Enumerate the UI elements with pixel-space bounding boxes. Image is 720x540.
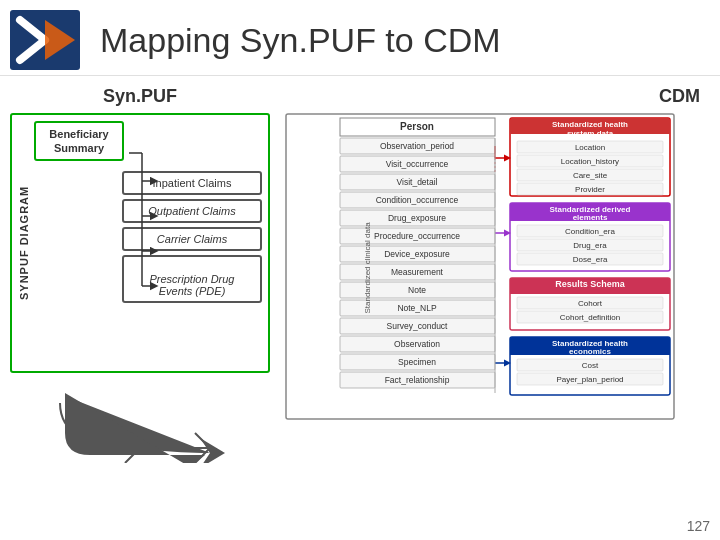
svg-text:Person: Person	[400, 121, 434, 132]
svg-text:Visit_occurrence: Visit_occurrence	[386, 159, 449, 169]
header: Mapping Syn.PUF to CDM	[0, 0, 720, 76]
prescription-drug-box: Prescription Drug Events (PDE)	[122, 255, 262, 303]
svg-text:Location: Location	[575, 143, 605, 152]
svg-text:Care_site: Care_site	[573, 171, 608, 180]
svg-text:system data: system data	[567, 129, 614, 138]
svg-text:Dose_era: Dose_era	[573, 255, 608, 264]
svg-text:Specimen: Specimen	[398, 357, 436, 367]
svg-text:Cohort_definition: Cohort_definition	[560, 313, 620, 322]
svg-text:Procedure_occurrence: Procedure_occurrence	[374, 231, 460, 241]
claims-boxes: Inpatient Claims Outpatient Claims Carri…	[122, 171, 262, 303]
cdm-panel: CDM Person Observation_period Visit_occu…	[285, 86, 710, 516]
svg-text:Cost: Cost	[582, 361, 599, 370]
svg-text:Payer_plan_period: Payer_plan_period	[556, 375, 623, 384]
svg-text:Cohort: Cohort	[578, 299, 603, 308]
synpuf-label: Syn.PUF	[10, 86, 270, 107]
svg-text:Fact_relationship: Fact_relationship	[385, 375, 450, 385]
big-arrow-icon	[50, 383, 230, 463]
logo-icon	[10, 10, 80, 70]
svg-text:Provider: Provider	[575, 185, 605, 194]
svg-text:Standardized clinical data: Standardized clinical data	[363, 222, 372, 314]
page-title: Mapping Syn.PUF to CDM	[100, 21, 501, 60]
svg-text:Condition_era: Condition_era	[565, 227, 615, 236]
synpuf-diagram-label: SYNPUF DIAGRAM	[18, 121, 30, 365]
svg-text:Measurement: Measurement	[391, 267, 444, 277]
svg-text:Survey_conduct: Survey_conduct	[387, 321, 449, 331]
svg-text:economics: economics	[569, 347, 611, 356]
svg-text:Standardized health: Standardized health	[552, 120, 628, 129]
main-content: Syn.PUF SYNPUF DIAGRAM Beneficiary Summa…	[0, 76, 720, 526]
svg-text:Condition_occurrence: Condition_occurrence	[376, 195, 459, 205]
synpuf-diagram: SYNPUF DIAGRAM Beneficiary Summary	[10, 113, 270, 373]
svg-text:Device_exposure: Device_exposure	[384, 249, 450, 259]
svg-text:elements: elements	[573, 213, 608, 222]
cdm-diagram-svg: Person Observation_period Visit_occurren…	[285, 113, 675, 423]
outpatient-claims-box: Outpatient Claims	[122, 199, 262, 223]
inpatient-claims-box: Inpatient Claims	[122, 171, 262, 195]
svg-text:Drug_era: Drug_era	[573, 241, 607, 250]
svg-text:Visit_detail: Visit_detail	[397, 177, 438, 187]
page-number: 127	[687, 518, 710, 534]
cdm-label: CDM	[285, 86, 700, 107]
svg-text:Location_history: Location_history	[561, 157, 619, 166]
synpuf-panel: Syn.PUF SYNPUF DIAGRAM Beneficiary Summa…	[10, 86, 270, 516]
svg-text:Observation_period: Observation_period	[380, 141, 454, 151]
svg-text:Drug_exposure: Drug_exposure	[388, 213, 446, 223]
svg-text:Results Schema: Results Schema	[555, 279, 626, 289]
carrier-claims-box: Carrier Claims	[122, 227, 262, 251]
svg-text:Note_NLP: Note_NLP	[397, 303, 437, 313]
svg-text:Note: Note	[408, 285, 426, 295]
beneficiary-summary-box: Beneficiary Summary	[34, 121, 124, 161]
synpuf-inner: Beneficiary Summary	[34, 121, 262, 365]
svg-text:Observation: Observation	[394, 339, 440, 349]
